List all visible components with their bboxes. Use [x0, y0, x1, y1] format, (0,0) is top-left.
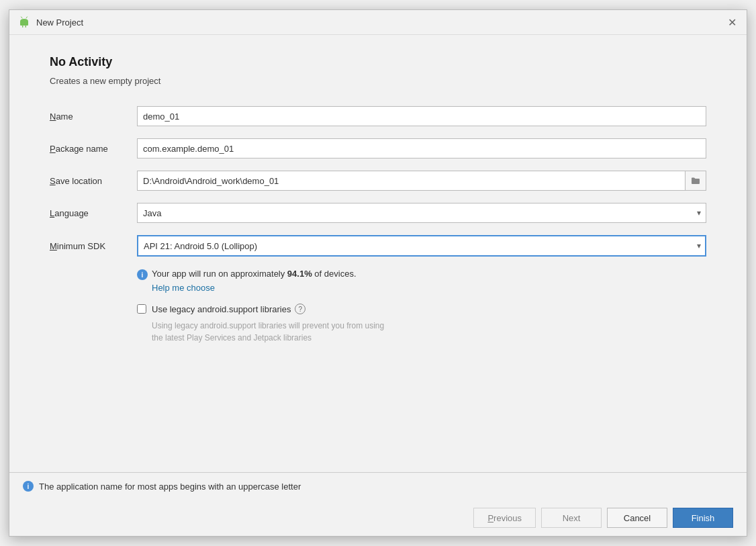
svg-line-5 — [26, 17, 28, 18]
sdk-coverage-text: Your app will run on approximately 94.1%… — [152, 269, 357, 279]
previous-button[interactable]: Previous — [473, 508, 536, 528]
sdk-info-block: i Your app will run on approximately 94.… — [137, 269, 706, 293]
dialog-title: New Project — [36, 17, 83, 28]
language-select[interactable]: Java Kotlin — [137, 203, 706, 223]
button-bar: Previous Next Cancel Finish — [9, 500, 747, 536]
save-location-label: Save location — [50, 176, 137, 186]
svg-rect-2 — [22, 26, 23, 28]
cancel-button[interactable]: Cancel — [607, 508, 667, 528]
activity-title: No Activity — [50, 55, 706, 69]
language-label: Language — [50, 208, 137, 218]
sdk-coverage-row: i Your app will run on approximately 94.… — [137, 269, 706, 280]
coverage-percentage: 94.1% — [287, 269, 312, 279]
dialog-content: No Activity Creates a new empty project … — [9, 35, 747, 472]
minimum-sdk-label: Minimum SDK — [50, 241, 137, 251]
language-select-wrapper: Java Kotlin — [137, 203, 706, 223]
android-logo-icon — [17, 15, 31, 29]
language-row: Language Java Kotlin — [50, 203, 706, 223]
info-icon: i — [137, 269, 148, 280]
folder-icon — [691, 177, 700, 185]
minimum-sdk-select[interactable]: API 21: Android 5.0 (Lollipop) API 22: A… — [137, 235, 706, 257]
name-input[interactable] — [137, 106, 706, 126]
bottom-info-icon: i — [23, 481, 34, 492]
package-input[interactable] — [137, 138, 706, 158]
legacy-checkbox[interactable] — [137, 304, 146, 314]
activity-description: Creates a new empty project — [50, 76, 706, 86]
legacy-checkbox-row: Use legacy android.support libraries ? — [137, 304, 706, 314]
svg-rect-3 — [26, 26, 27, 28]
sdk-select-wrapper: API 21: Android 5.0 (Lollipop) API 22: A… — [137, 235, 706, 257]
help-me-choose-link[interactable]: Help me choose — [152, 283, 215, 293]
finish-button[interactable]: Finish — [673, 508, 733, 528]
close-button[interactable]: ✕ — [725, 15, 739, 29]
package-row: Package name — [50, 138, 706, 158]
title-bar-left: New Project — [17, 15, 83, 29]
name-label: Name — [50, 111, 137, 122]
save-location-input[interactable] — [137, 171, 685, 191]
bottom-info-text: The application name for most apps begin… — [39, 482, 301, 492]
svg-line-4 — [21, 17, 23, 18]
package-label: Package name — [50, 144, 137, 154]
browse-folder-button[interactable] — [685, 171, 706, 191]
new-project-dialog: New Project ✕ No Activity Creates a new … — [9, 9, 747, 537]
legacy-description: Using legacy android.support libraries w… — [152, 320, 706, 344]
legacy-label: Use legacy android.support libraries ? — [152, 304, 305, 314]
save-location-row: Save location — [50, 171, 706, 191]
name-row: Name — [50, 106, 706, 126]
legacy-help-icon[interactable]: ? — [295, 304, 305, 314]
title-bar: New Project ✕ — [9, 10, 747, 35]
bottom-info-bar: i The application name for most apps beg… — [9, 472, 747, 500]
minimum-sdk-row: Minimum SDK API 21: Android 5.0 (Lollipo… — [50, 235, 706, 257]
next-button[interactable]: Next — [541, 508, 602, 528]
save-location-field — [137, 171, 706, 191]
